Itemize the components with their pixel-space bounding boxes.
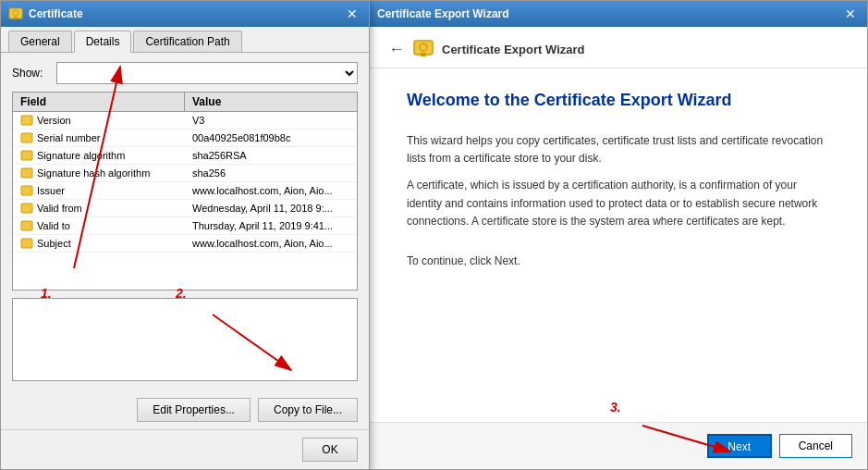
col-field: Field (13, 93, 185, 111)
edit-properties-button[interactable]: Edit Properties... (137, 398, 251, 422)
back-button[interactable]: ← (388, 41, 405, 57)
svg-rect-9 (21, 221, 32, 230)
show-label: Show: (12, 67, 49, 80)
certificate-dialog: Certificate ✕ General Details Certificat… (0, 0, 370, 470)
certificate-titlebar: Certificate ✕ (1, 1, 369, 27)
row-icon (20, 149, 33, 162)
wizard-desc-1: This wizard helps you copy certificates,… (407, 132, 830, 167)
table-row[interactable]: Valid toThursday, April 11, 2019 9:41... (13, 217, 357, 235)
table-row[interactable]: Subjectwww.localhost.com, Aion, Aio... (13, 235, 357, 253)
svg-rect-6 (21, 168, 32, 178)
titlebar-left: Certificate (8, 6, 83, 21)
wizard-continue: To continue, click Next. (407, 254, 830, 267)
value-cell: sha256 (185, 165, 357, 181)
value-cell: www.localhost.com, Aion, Aio... (185, 235, 357, 252)
value-cell: V3 (185, 112, 357, 129)
table-row[interactable]: Issuerwww.localhost.com, Aion, Aio... (13, 182, 357, 200)
field-cell: Issuer (13, 182, 185, 199)
value-cell: 00a40925e081f09b8c (185, 130, 357, 146)
svg-rect-13 (421, 53, 426, 56)
svg-rect-5 (21, 151, 32, 160)
wizard-footer: Next Cancel (370, 422, 867, 469)
certificate-icon (8, 6, 23, 21)
tab-certification-path[interactable]: Certification Path (133, 31, 241, 52)
field-cell: Subject (13, 235, 185, 252)
svg-rect-7 (21, 186, 32, 195)
row-icon (20, 219, 33, 232)
details-table: Field Value VersionV3Serial number00a409… (12, 92, 358, 291)
value-cell: Wednesday, April 11, 2018 9:... (185, 200, 357, 216)
field-cell: Valid to (13, 217, 185, 234)
wizard-cert-icon (412, 38, 434, 60)
wizard-header-title: Certificate Export Wizard (442, 43, 584, 56)
wizard-main-heading: Welcome to the Certificate Export Wizard (407, 91, 830, 110)
wizard-dialog-title: Certificate Export Wizard (377, 7, 509, 20)
value-cell: www.localhost.com, Aion, Aio... (185, 182, 357, 199)
wizard-desc-2: A certificate, which is issued by a cert… (407, 177, 830, 230)
field-cell: Version (13, 112, 185, 129)
table-row[interactable]: Signature algorithmsha256RSA (13, 147, 357, 165)
field-cell: Signature hash algorithm (13, 165, 185, 181)
table-row[interactable]: Valid fromWednesday, April 11, 2018 9:..… (13, 200, 357, 217)
table-header: Field Value (13, 93, 357, 112)
row-icon (20, 184, 33, 197)
field-cell: Valid from (13, 200, 185, 216)
svg-rect-2 (14, 17, 18, 19)
wizard-panel: Certificate Export Wizard ✕ ← Certificat… (370, 0, 868, 470)
bottom-bar: OK (1, 429, 369, 469)
row-icon (20, 237, 33, 250)
table-body[interactable]: VersionV3Serial number00a40925e081f09b8c… (13, 112, 357, 290)
wizard-close-button[interactable]: ✕ (841, 5, 860, 23)
value-cell: sha256RSA (185, 147, 357, 164)
close-button[interactable]: ✕ (343, 5, 361, 23)
row-icon (20, 114, 33, 127)
next-button[interactable]: Next (707, 434, 772, 458)
tab-details[interactable]: Details (74, 31, 132, 53)
detail-preview (12, 298, 358, 381)
row-icon (20, 131, 33, 144)
wizard-titlebar-left: Certificate Export Wizard (377, 7, 509, 20)
wizard-header: ← Certificate Export Wizard (370, 27, 867, 68)
wizard-description: This wizard helps you copy certificates,… (407, 132, 830, 240)
svg-rect-10 (21, 239, 32, 248)
cancel-button[interactable]: Cancel (779, 434, 852, 458)
svg-rect-3 (21, 116, 32, 125)
wizard-content: Welcome to the Certificate Export Wizard… (370, 68, 867, 422)
svg-rect-8 (21, 204, 32, 213)
row-icon (20, 202, 33, 215)
col-value: Value (185, 93, 357, 111)
tab-general[interactable]: General (8, 31, 72, 52)
dialog-title: Certificate (29, 7, 83, 20)
button-row: Edit Properties... Copy to File... (1, 390, 369, 429)
field-cell: Serial number (13, 130, 185, 146)
dialog-tabs: General Details Certification Path (1, 27, 369, 53)
table-row[interactable]: VersionV3 (13, 112, 357, 130)
value-cell: Thursday, April 11, 2019 9:41... (185, 217, 357, 234)
show-select[interactable] (56, 62, 358, 84)
show-select-wrapper (56, 62, 358, 84)
svg-rect-4 (21, 133, 32, 142)
row-icon (20, 167, 33, 179)
copy-to-file-button[interactable]: Copy to File... (258, 398, 358, 422)
dialog-content: Show: Field Value VersionV3Serial number… (1, 53, 369, 390)
field-cell: Signature algorithm (13, 147, 185, 164)
wizard-titlebar: Certificate Export Wizard ✕ (370, 1, 867, 27)
table-row[interactable]: Signature hash algorithmsha256 (13, 165, 357, 182)
ok-button[interactable]: OK (302, 438, 358, 462)
table-row[interactable]: Serial number00a40925e081f09b8c (13, 130, 357, 147)
show-row: Show: (12, 62, 358, 84)
